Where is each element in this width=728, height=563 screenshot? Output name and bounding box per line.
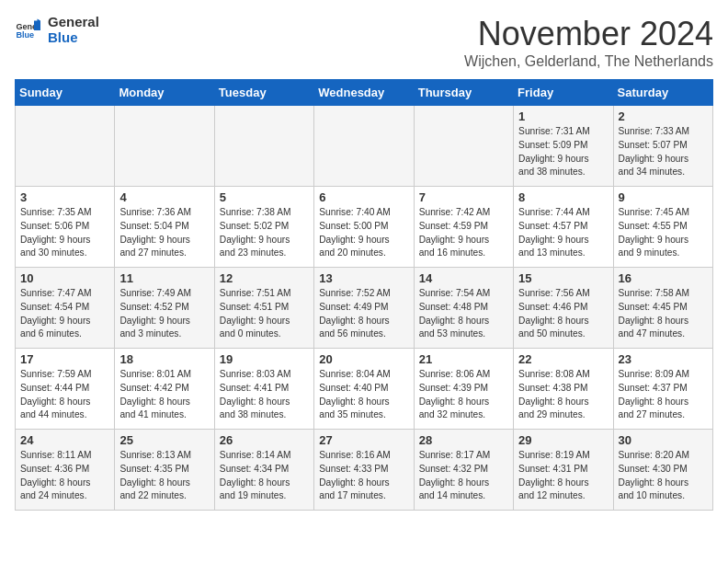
calendar-week-4: 17Sunrise: 7:59 AM Sunset: 4:44 PM Dayli… [16,349,713,430]
day-number: 4 [119,190,209,204]
day-number: 6 [319,190,408,204]
calendar-header-row: SundayMondayTuesdayWednesdayThursdayFrid… [16,80,713,106]
calendar-cell: 8Sunrise: 7:44 AM Sunset: 4:57 PM Daylig… [514,187,613,268]
calendar-cell [314,106,414,187]
column-header-wednesday: Wednesday [314,80,414,106]
calendar-cell: 21Sunrise: 8:06 AM Sunset: 4:39 PM Dayli… [414,349,513,430]
calendar-cell: 29Sunrise: 8:19 AM Sunset: 4:31 PM Dayli… [514,430,613,511]
day-number: 28 [419,433,508,447]
day-info: Sunrise: 7:54 AM Sunset: 4:48 PM Dayligh… [419,287,508,341]
day-info: Sunrise: 8:08 AM Sunset: 4:38 PM Dayligh… [518,368,608,422]
calendar-cell: 15Sunrise: 7:56 AM Sunset: 4:46 PM Dayli… [514,268,613,349]
day-number: 21 [419,352,508,366]
logo: General Blue General Blue [15,15,99,45]
day-info: Sunrise: 7:35 AM Sunset: 5:06 PM Dayligh… [20,206,109,260]
day-info: Sunrise: 8:06 AM Sunset: 4:39 PM Dayligh… [419,368,508,422]
calendar-cell: 2Sunrise: 7:33 AM Sunset: 5:07 PM Daylig… [613,106,712,187]
calendar-cell: 19Sunrise: 8:03 AM Sunset: 4:41 PM Dayli… [214,349,313,430]
day-info: Sunrise: 8:04 AM Sunset: 4:40 PM Dayligh… [319,368,408,422]
calendar-cell: 17Sunrise: 7:59 AM Sunset: 4:44 PM Dayli… [16,349,115,430]
calendar-cell: 30Sunrise: 8:20 AM Sunset: 4:30 PM Dayli… [613,430,712,511]
calendar-cell: 25Sunrise: 8:13 AM Sunset: 4:35 PM Dayli… [115,430,214,511]
logo-line1: General [48,15,99,30]
calendar-cell: 3Sunrise: 7:35 AM Sunset: 5:06 PM Daylig… [16,187,115,268]
day-number: 7 [419,190,508,204]
day-info: Sunrise: 8:14 AM Sunset: 4:34 PM Dayligh… [220,449,309,503]
calendar-cell: 23Sunrise: 8:09 AM Sunset: 4:37 PM Dayli… [613,349,712,430]
day-info: Sunrise: 8:13 AM Sunset: 4:35 PM Dayligh… [119,449,209,503]
calendar-cell: 1Sunrise: 7:31 AM Sunset: 5:09 PM Daylig… [514,106,613,187]
day-number: 20 [319,352,408,366]
day-number: 5 [220,190,309,204]
day-number: 27 [319,433,408,447]
column-header-sunday: Sunday [16,80,115,106]
calendar-cell: 20Sunrise: 8:04 AM Sunset: 4:40 PM Dayli… [314,349,414,430]
day-info: Sunrise: 7:49 AM Sunset: 4:52 PM Dayligh… [119,287,209,341]
day-info: Sunrise: 7:52 AM Sunset: 4:49 PM Dayligh… [319,287,408,341]
day-number: 17 [20,352,109,366]
day-info: Sunrise: 7:59 AM Sunset: 4:44 PM Dayligh… [20,368,109,422]
calendar-title: November 2024 [464,15,713,53]
calendar-cell [16,106,115,187]
column-header-friday: Friday [514,80,613,106]
calendar-cell: 27Sunrise: 8:16 AM Sunset: 4:33 PM Dayli… [314,430,414,511]
calendar-cell: 10Sunrise: 7:47 AM Sunset: 4:54 PM Dayli… [16,268,115,349]
calendar-cell: 22Sunrise: 8:08 AM Sunset: 4:38 PM Dayli… [514,349,613,430]
calendar-cell: 11Sunrise: 7:49 AM Sunset: 4:52 PM Dayli… [115,268,214,349]
day-number: 2 [619,109,708,123]
calendar-cell [214,106,313,187]
calendar-cell: 26Sunrise: 8:14 AM Sunset: 4:34 PM Dayli… [214,430,313,511]
calendar-cell: 28Sunrise: 8:17 AM Sunset: 4:32 PM Dayli… [414,430,513,511]
day-number: 10 [20,271,109,285]
calendar-cell: 24Sunrise: 8:11 AM Sunset: 4:36 PM Dayli… [16,430,115,511]
calendar-cell: 12Sunrise: 7:51 AM Sunset: 4:51 PM Dayli… [214,268,313,349]
calendar-week-5: 24Sunrise: 8:11 AM Sunset: 4:36 PM Dayli… [16,430,713,511]
svg-text:Blue: Blue [16,30,34,40]
day-number: 23 [619,352,708,366]
calendar-cell: 13Sunrise: 7:52 AM Sunset: 4:49 PM Dayli… [314,268,414,349]
day-number: 9 [619,190,708,204]
day-number: 3 [20,190,109,204]
day-number: 26 [220,433,309,447]
day-number: 11 [119,271,209,285]
day-info: Sunrise: 7:38 AM Sunset: 5:02 PM Dayligh… [220,206,309,260]
day-info: Sunrise: 8:03 AM Sunset: 4:41 PM Dayligh… [220,368,309,422]
day-number: 8 [518,190,608,204]
day-number: 1 [518,109,608,123]
column-header-thursday: Thursday [414,80,513,106]
day-number: 30 [619,433,708,447]
column-header-tuesday: Tuesday [214,80,313,106]
day-info: Sunrise: 8:20 AM Sunset: 4:30 PM Dayligh… [619,449,708,503]
calendar-cell: 9Sunrise: 7:45 AM Sunset: 4:55 PM Daylig… [613,187,712,268]
page-header: General Blue General Blue November 2024 … [15,15,713,70]
calendar-table: SundayMondayTuesdayWednesdayThursdayFrid… [15,79,713,511]
day-info: Sunrise: 7:45 AM Sunset: 4:55 PM Dayligh… [619,206,708,260]
logo-line2: Blue [48,30,99,46]
column-header-saturday: Saturday [613,80,712,106]
calendar-week-2: 3Sunrise: 7:35 AM Sunset: 5:06 PM Daylig… [16,187,713,268]
day-info: Sunrise: 7:33 AM Sunset: 5:07 PM Dayligh… [619,125,708,179]
day-info: Sunrise: 8:11 AM Sunset: 4:36 PM Dayligh… [20,449,109,503]
day-number: 13 [319,271,408,285]
day-number: 18 [119,352,209,366]
calendar-cell: 4Sunrise: 7:36 AM Sunset: 5:04 PM Daylig… [115,187,214,268]
day-info: Sunrise: 7:36 AM Sunset: 5:04 PM Dayligh… [119,206,209,260]
day-number: 22 [518,352,608,366]
day-number: 14 [419,271,508,285]
column-header-monday: Monday [115,80,214,106]
day-info: Sunrise: 7:58 AM Sunset: 4:45 PM Dayligh… [619,287,708,341]
day-info: Sunrise: 7:42 AM Sunset: 4:59 PM Dayligh… [419,206,508,260]
calendar-cell: 6Sunrise: 7:40 AM Sunset: 5:00 PM Daylig… [314,187,414,268]
calendar-subtitle: Wijchen, Gelderland, The Netherlands [464,53,713,70]
calendar-cell [115,106,214,187]
day-number: 24 [20,433,109,447]
day-info: Sunrise: 7:47 AM Sunset: 4:54 PM Dayligh… [20,287,109,341]
day-number: 29 [518,433,608,447]
day-info: Sunrise: 8:19 AM Sunset: 4:31 PM Dayligh… [518,449,608,503]
calendar-cell: 18Sunrise: 8:01 AM Sunset: 4:42 PM Dayli… [115,349,214,430]
day-info: Sunrise: 7:56 AM Sunset: 4:46 PM Dayligh… [518,287,608,341]
day-info: Sunrise: 7:44 AM Sunset: 4:57 PM Dayligh… [518,206,608,260]
day-number: 12 [220,271,309,285]
calendar-cell: 16Sunrise: 7:58 AM Sunset: 4:45 PM Dayli… [613,268,712,349]
calendar-cell [414,106,513,187]
